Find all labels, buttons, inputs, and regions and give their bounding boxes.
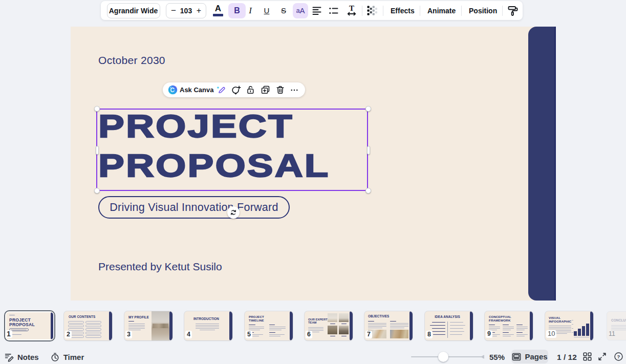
svg-text:?: ? (617, 354, 620, 359)
